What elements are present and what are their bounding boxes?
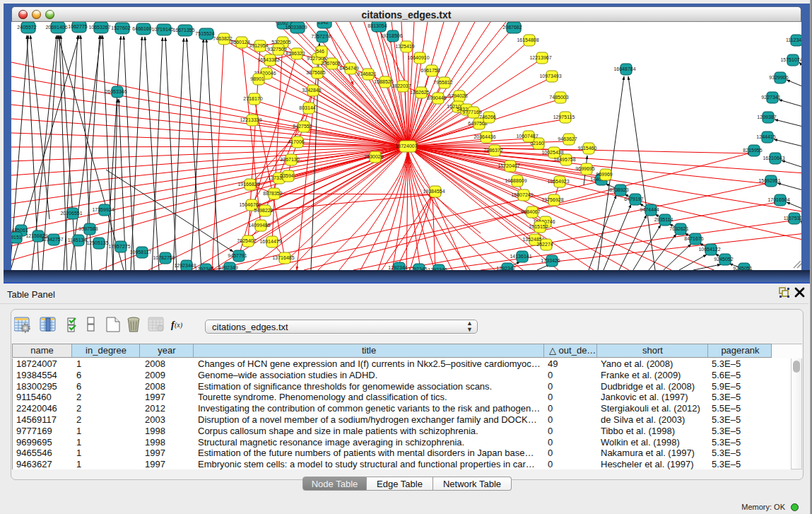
svg-text:18495758: 18495758 <box>553 157 575 162</box>
svg-text:9084067: 9084067 <box>521 209 540 214</box>
svg-text:8454749: 8454749 <box>339 66 358 71</box>
svg-text:9227341: 9227341 <box>761 95 780 100</box>
svg-text:803144: 803144 <box>299 105 315 110</box>
svg-text:7986372: 7986372 <box>483 148 502 153</box>
svg-text:(x): (x) <box>175 321 183 329</box>
svg-text:10973493: 10973493 <box>539 74 561 78</box>
svg-text:7625402: 7625402 <box>237 238 256 243</box>
svg-text:2405572: 2405572 <box>17 25 36 30</box>
svg-text:9146821: 9146821 <box>357 71 376 76</box>
svg-text:1292344: 1292344 <box>388 265 407 270</box>
svg-text:18807249: 18807249 <box>511 192 533 197</box>
svg-text:1112345: 1112345 <box>786 37 801 42</box>
svg-text:9397588: 9397588 <box>78 226 98 231</box>
svg-text:20206551: 20206551 <box>60 211 82 216</box>
svg-text:16543382: 16543382 <box>257 57 279 62</box>
svg-text:9463627: 9463627 <box>558 136 577 141</box>
svg-text:7515524: 7515524 <box>195 31 214 36</box>
svg-text:16914479: 16914479 <box>259 239 281 244</box>
svg-text:1292347: 1292347 <box>496 266 515 270</box>
svg-text:6961758: 6961758 <box>420 68 440 73</box>
svg-text:9777169: 9777169 <box>462 110 481 115</box>
svg-text:10025438: 10025438 <box>541 150 563 155</box>
svg-text:19384554: 19384554 <box>423 189 445 194</box>
svg-text:1292345: 1292345 <box>194 267 213 270</box>
svg-text:1292346: 1292346 <box>428 267 447 270</box>
svg-text:3822037: 3822037 <box>392 83 411 88</box>
svg-text:3875685: 3875685 <box>306 70 325 75</box>
svg-text:1527602: 1527602 <box>111 25 130 30</box>
svg-text:12213967: 12213967 <box>529 55 551 60</box>
svg-text:7357274: 7357274 <box>311 34 330 39</box>
svg-text:17016504: 17016504 <box>767 197 789 202</box>
svg-text:1209387: 1209387 <box>757 115 776 119</box>
svg-text:20364436: 20364436 <box>473 134 495 139</box>
svg-text:10607487: 10607487 <box>516 134 538 139</box>
svg-text:7463822: 7463822 <box>213 36 232 41</box>
svg-text:10688609: 10688609 <box>505 178 526 183</box>
svg-text:2530029: 2530029 <box>364 154 383 159</box>
svg-text:8938923: 8938923 <box>609 187 628 192</box>
svg-text:10654122: 10654122 <box>698 247 720 252</box>
svg-text:26053346: 26053346 <box>105 89 126 94</box>
svg-text:252274: 252274 <box>536 242 553 247</box>
svg-text:1292345: 1292345 <box>408 267 427 270</box>
svg-text:9327509: 9327509 <box>267 47 286 52</box>
svg-text:3242848: 3242848 <box>302 88 321 93</box>
svg-text:9329906: 9329906 <box>769 75 788 80</box>
svg-text:2718170: 2718170 <box>243 96 262 101</box>
svg-text:2967608: 2967608 <box>321 61 340 66</box>
svg-text:1062775: 1062775 <box>68 24 87 29</box>
svg-text:3912954: 3912954 <box>249 43 268 48</box>
svg-text:6794028: 6794028 <box>448 93 467 98</box>
svg-text:1362625: 1362625 <box>410 90 429 95</box>
svg-text:15751074: 15751074 <box>780 57 801 62</box>
svg-text:2935114: 2935114 <box>654 217 673 222</box>
svg-text:3267130: 3267130 <box>280 157 299 162</box>
svg-text:8878352: 8878352 <box>263 191 282 196</box>
svg-text:7485003: 7485003 <box>549 95 568 100</box>
svg-text:5498222: 5498222 <box>254 208 273 213</box>
svg-text:9245051: 9245051 <box>733 266 752 270</box>
svg-text:9115460: 9115460 <box>578 146 597 151</box>
svg-text:8660124: 8660124 <box>230 40 249 45</box>
svg-text:546: 546 <box>316 49 324 54</box>
svg-text:1733426: 1733426 <box>541 258 560 263</box>
svg-text:1244415: 1244415 <box>756 134 775 139</box>
svg-text:12213339: 12213339 <box>240 117 261 122</box>
svg-text:12342757: 12342757 <box>41 237 63 242</box>
svg-text:16210643: 16210643 <box>763 156 784 160</box>
svg-text:9457791: 9457791 <box>228 253 247 258</box>
svg-text:8427552: 8427552 <box>293 124 312 129</box>
svg-text:9699695: 9699695 <box>575 166 594 171</box>
svg-text:1342: 1342 <box>317 22 329 25</box>
svg-text:10719145: 10719145 <box>151 27 173 32</box>
svg-text:969969: 969969 <box>596 172 612 177</box>
svg-text:1588520: 1588520 <box>374 79 393 84</box>
svg-text:8215955: 8215955 <box>743 148 762 153</box>
svg-text:8813054: 8813054 <box>367 23 387 28</box>
svg-text:7955812: 7955812 <box>433 80 452 85</box>
svg-text:15046766: 15046766 <box>239 202 261 207</box>
svg-text:20691406: 20691406 <box>45 25 67 30</box>
svg-text:12975115: 12975115 <box>553 115 575 119</box>
svg-text:6479197: 6479197 <box>624 197 643 201</box>
svg-text:417006: 417006 <box>288 139 304 144</box>
svg-text:15692951: 15692951 <box>758 178 780 183</box>
svg-text:7632621: 7632621 <box>669 226 688 231</box>
svg-text:746266: 746266 <box>479 115 495 119</box>
svg-text:8471676: 8471676 <box>684 236 703 241</box>
svg-text:12505135: 12505135 <box>86 240 108 245</box>
svg-text:19218506: 19218506 <box>380 33 402 38</box>
svg-text:19166825: 19166825 <box>237 182 259 187</box>
svg-text:16154808: 16154808 <box>517 37 539 42</box>
svg-text:15720407: 15720407 <box>498 163 519 168</box>
svg-text:8990448: 8990448 <box>427 95 446 100</box>
svg-text:16671355: 16671355 <box>172 28 194 33</box>
svg-text:53594: 53594 <box>280 173 294 178</box>
svg-text:17957275: 17957275 <box>108 244 130 249</box>
svg-text:10653267: 10653267 <box>88 25 110 30</box>
svg-text:19654923: 19654923 <box>547 179 569 184</box>
svg-text:16648784: 16648784 <box>613 66 635 71</box>
svg-text:14136141: 14136141 <box>510 254 531 259</box>
